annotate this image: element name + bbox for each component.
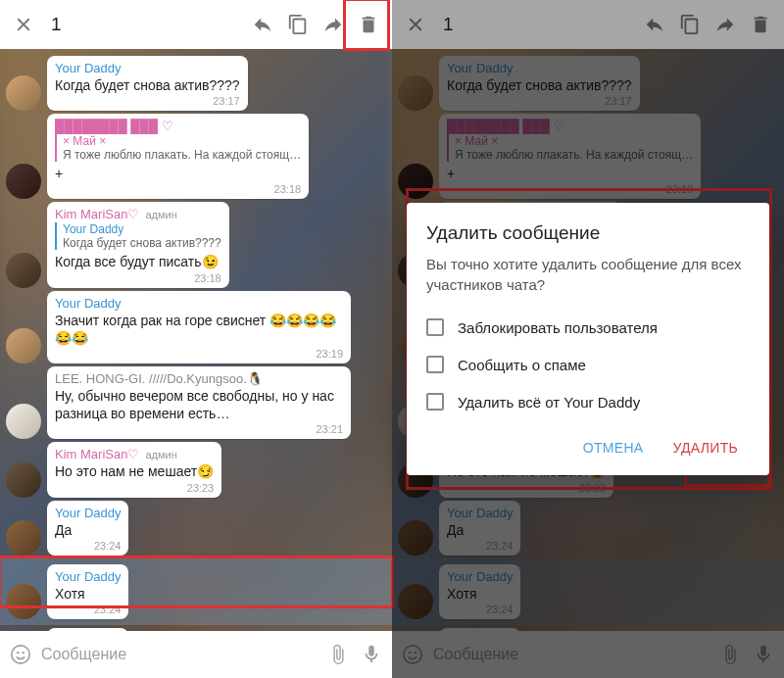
message-bubble[interactable]: LEE. HONG-GI. /////Do.Kyungsoo.🐧Ну, обыч… (47, 366, 351, 439)
message-text: Ну, обычно вечером все свободны, но у на… (55, 387, 343, 422)
avatar[interactable] (6, 584, 41, 619)
checkbox-icon (426, 356, 444, 373)
reply-quote[interactable]: × Май ×Я тоже люблю плакать. На каждой с… (55, 134, 301, 162)
message-bubble[interactable]: Kim MariSan♡админYour DaddyКогда будет с… (47, 202, 229, 287)
message-time: 23:23 (55, 482, 214, 494)
message-time: 23:17 (55, 95, 240, 107)
sender-name: Your Daddy (55, 61, 240, 75)
message[interactable]: Kim MariSan♡админYour DaddyКогда будет с… (6, 202, 386, 287)
message[interactable]: LEE. HONG-GI. /////Do.Kyungsoo.🐧Ну, обыч… (6, 366, 386, 439)
dialog-checkbox[interactable]: Удалить всё от Your Daddy (426, 383, 750, 420)
message[interactable]: Your DaddyКогда будет снова актив????23:… (6, 56, 386, 111)
selection-count: 1 (51, 14, 245, 35)
message-text: Да (55, 521, 121, 539)
message[interactable]: Your DaddyЗначит когда рак на горе свисн… (6, 291, 386, 363)
dialog-overlay[interactable]: Удалить сообщение Вы точно хотите удалит… (392, 0, 784, 678)
avatar[interactable] (6, 462, 41, 498)
dialog-checkbox[interactable]: Сообщить о спаме (426, 346, 750, 383)
reply-name: × Май × (63, 134, 301, 148)
message-text: Но это нам не мешает😏 (55, 462, 214, 480)
sender-name: ████████ ███ ♡ (55, 119, 301, 133)
sender-name: Your Daddy (55, 506, 121, 520)
selection-toolbar: 1 (0, 0, 392, 49)
copy-icon[interactable] (280, 7, 316, 42)
svg-point-2 (23, 652, 24, 654)
message-time: 23:24 (55, 540, 121, 552)
dialog-title: Удалить сообщение (426, 222, 750, 244)
checkbox-label: Заблокировать пользователя (458, 319, 658, 336)
message-text: Когда будет снова актив???? (55, 76, 240, 94)
message[interactable]: Your DaddyДа23:24 (6, 501, 386, 556)
message-bubble[interactable]: Your DaddyДа23:24 (47, 501, 128, 556)
message-input-bar (0, 631, 392, 678)
checkbox-label: Удалить всё от Your Daddy (458, 394, 640, 411)
svg-point-0 (12, 646, 29, 663)
message-text: Значит когда рак на горе свиснет 😂😂😂😂😂😂 (55, 312, 343, 347)
checkbox-icon (426, 393, 444, 411)
emoji-icon[interactable] (8, 642, 33, 667)
reply-text: Я тоже люблю плакать. На каждой стоящ… (63, 148, 301, 162)
avatar[interactable] (6, 164, 41, 199)
message-bubble[interactable]: Your DaddyКогда будет снова актив????23:… (47, 56, 248, 111)
dialog-body: Вы точно хотите удалить сообщение для вс… (426, 254, 750, 295)
message-bubble[interactable]: Your DaddyЗначит когда рак на горе свисн… (47, 291, 351, 363)
message-text: Когда все будут писать😉 (55, 253, 221, 270)
left-pane: 1 Your DaddyКогда будет снова актив????2… (0, 0, 392, 678)
sender-name: Your Daddy (55, 296, 343, 311)
checkbox-icon (426, 318, 444, 336)
message[interactable]: Kim MariSan♡админНо это нам не мешает😏23… (6, 442, 386, 497)
message-time: 23:19 (55, 348, 343, 360)
avatar[interactable] (6, 520, 41, 556)
message-bubble[interactable]: Your DaddyХотя23:24 (47, 564, 128, 619)
checkbox-label: Сообщить о спаме (458, 357, 586, 373)
reply-icon[interactable] (245, 7, 280, 42)
close-icon[interactable] (6, 7, 41, 42)
dialog-checkbox[interactable]: Заблокировать пользователя (426, 309, 750, 346)
chat-area[interactable]: Your DaddyКогда будет снова актив????23:… (0, 49, 392, 631)
avatar[interactable] (6, 404, 41, 439)
delete-button[interactable]: УДАЛИТЬ (662, 430, 750, 465)
svg-point-1 (17, 652, 19, 654)
reply-text: Когда будет снова актив???? (63, 236, 221, 250)
admin-badge: админ (145, 209, 176, 220)
sender-name: Kim MariSan♡админ (55, 207, 221, 221)
message-time: 23:18 (55, 272, 221, 284)
reply-quote[interactable]: Your DaddyКогда будет снова актив???? (55, 222, 221, 250)
avatar[interactable] (6, 75, 41, 111)
message-text: Хотя (55, 585, 121, 603)
sender-name: Kim MariSan♡админ (55, 447, 214, 461)
message[interactable]: Your DaddyХотя23:24 (6, 564, 386, 619)
message-text: + (55, 165, 301, 182)
mic-icon[interactable] (359, 642, 384, 667)
attach-icon[interactable] (325, 642, 351, 667)
message-input[interactable] (41, 646, 318, 663)
message-time: 23:24 (55, 604, 121, 615)
message-time: 23:21 (55, 423, 343, 435)
delete-icon[interactable] (351, 7, 386, 42)
sender-name: Your Daddy (55, 569, 121, 584)
right-pane: 1 Your DaddyКогда будет снова актив????2… (392, 0, 784, 678)
sender-name: LEE. HONG-GI. /////Do.Kyungsoo.🐧 (55, 371, 343, 386)
delete-dialog: Удалить сообщение Вы точно хотите удалит… (407, 203, 769, 475)
message-time: 23:18 (55, 183, 301, 195)
message[interactable]: ████████ ███ ♡× Май ×Я тоже люблю плакат… (6, 114, 386, 199)
avatar[interactable] (6, 253, 41, 288)
message-bubble[interactable]: Kim MariSan♡админНо это нам не мешает😏23… (47, 442, 221, 497)
dialog-actions: ОТМЕНА УДАЛИТЬ (426, 430, 750, 465)
avatar[interactable] (6, 328, 41, 363)
reply-name: Your Daddy (63, 222, 221, 236)
cancel-button[interactable]: ОТМЕНА (571, 430, 656, 465)
message-bubble[interactable]: ████████ ███ ♡× Май ×Я тоже люблю плакат… (47, 114, 309, 199)
forward-icon[interactable] (316, 7, 351, 42)
admin-badge: админ (145, 449, 176, 460)
